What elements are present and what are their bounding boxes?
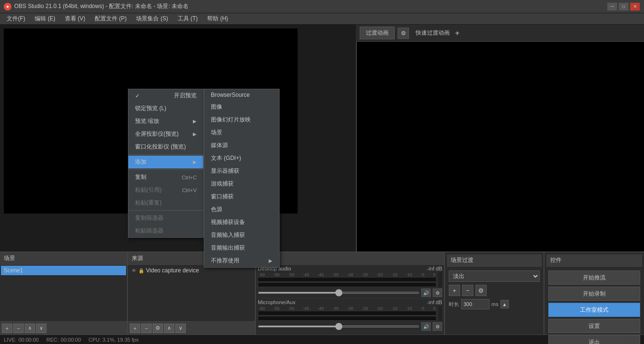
scene-transition-header: 场景过渡 bbox=[447, 254, 542, 267]
transition-duration-label: 时长 bbox=[449, 301, 459, 308]
scene-down-btn[interactable]: ∨ bbox=[36, 324, 46, 333]
rec-time: 00:00:00 bbox=[61, 337, 81, 343]
audio-controls-mic: 🔊 ⚙ bbox=[258, 322, 442, 331]
sub-window-capture[interactable]: 窗口捕获 bbox=[204, 190, 279, 203]
sub-color-source[interactable]: 色源 bbox=[204, 203, 279, 216]
minimize-button[interactable]: ─ bbox=[607, 2, 617, 11]
rec-label: REC: bbox=[46, 337, 59, 343]
ctx-arrow-fullscreen: ▶ bbox=[193, 131, 197, 137]
audio-volume-desktop[interactable] bbox=[258, 292, 419, 294]
source-add-btn[interactable]: + bbox=[130, 324, 140, 333]
watermark-text: https://blog.csdn.net/sunflove bbox=[579, 337, 640, 342]
audio-settings-desktop[interactable]: ⚙ bbox=[433, 288, 442, 297]
quick-transition-add-btn[interactable]: + bbox=[453, 28, 462, 38]
scene-item-scene1[interactable]: Scene1 bbox=[1, 266, 126, 275]
source-settings-btn[interactable]: ⚙ bbox=[153, 324, 163, 333]
ctx-copy-filter[interactable]: 复制筛选器 bbox=[128, 212, 203, 224]
transition-remove-btn[interactable]: − bbox=[462, 285, 473, 296]
audio-channel-desktop-level: -inf dB bbox=[427, 266, 442, 271]
ctx-preview-zoom[interactable]: 预览 缩放 ▶ bbox=[128, 115, 203, 128]
control-panel: 控件 开始推流 开始录制 工作室模式 设置 退出 bbox=[544, 252, 644, 335]
sub-media-source[interactable]: 媒体源 bbox=[204, 139, 279, 152]
audio-meter-desktop-1 bbox=[258, 277, 436, 282]
source-lock-icon: 🔒 bbox=[138, 268, 144, 273]
menu-edit[interactable]: 编辑 (E) bbox=[30, 14, 60, 24]
sub-image[interactable]: 图像 bbox=[204, 101, 279, 113]
source-up-btn[interactable]: ∧ bbox=[164, 324, 174, 333]
preview-area: 开启预览 锁定预览 (L) 预览 缩放 ▶ 全屏投影仪(预览) ▶ 窗口化投影仪… bbox=[0, 25, 356, 251]
start-record-btn[interactable]: 开始录制 bbox=[548, 287, 640, 301]
transition-settings-btn2[interactable]: ⚙ bbox=[475, 285, 487, 296]
source-toolbar: + − ⚙ ∧ ∨ bbox=[128, 321, 255, 335]
start-stream-btn[interactable]: 开始推流 bbox=[548, 270, 640, 285]
audio-mute-mic[interactable]: 🔊 bbox=[421, 322, 431, 331]
audio-settings-mic[interactable]: ⚙ bbox=[433, 322, 442, 331]
sub-audio-input[interactable]: 音频输入捕获 bbox=[204, 229, 279, 242]
sub-image-slideshow[interactable]: 图像幻灯片放映 bbox=[204, 113, 279, 126]
studio-mode-btn[interactable]: 工作室模式 bbox=[548, 303, 640, 317]
maximize-button[interactable]: □ bbox=[618, 2, 629, 11]
audio-meter-mic-1 bbox=[258, 311, 436, 316]
close-button[interactable]: ✕ bbox=[630, 2, 640, 11]
sub-browser-source[interactable]: BrowserSource bbox=[204, 89, 279, 101]
sub-scene[interactable]: 场景 bbox=[204, 126, 279, 139]
audio-meter-mic-2 bbox=[258, 316, 436, 321]
menu-help[interactable]: 帮助 (H) bbox=[202, 14, 233, 24]
source-list: 👁 🔒 Video capture device bbox=[128, 265, 255, 321]
scene-panel: 场景 Scene1 + − ∧ ∨ bbox=[0, 252, 128, 335]
source-down-btn[interactable]: ∨ bbox=[175, 324, 186, 333]
ctx-open-preview[interactable]: 开启预览 bbox=[128, 89, 203, 102]
sub-game-capture[interactable]: 游戏捕获 bbox=[204, 177, 279, 190]
transition-add-btn[interactable]: + bbox=[449, 285, 460, 296]
ctx-fullscreen-projector[interactable]: 全屏投影仪(预览) ▶ bbox=[128, 128, 203, 140]
sub-text-gdi[interactable]: 文本 (GDI+) bbox=[204, 152, 279, 165]
audio-scrollbar-desktop[interactable] bbox=[438, 272, 442, 287]
status-rec: REC: 00:00:00 bbox=[46, 337, 81, 343]
ctx-lock-preview[interactable]: 锁定预览 (L) bbox=[128, 102, 203, 115]
audio-meter-desktop-2 bbox=[258, 282, 436, 287]
audio-panel: 混音器 Desktop audio -inf dB -60-55-50-45-4… bbox=[256, 252, 445, 335]
sub-display-capture[interactable]: 显示器捕获 bbox=[204, 165, 279, 177]
sub-deprecated[interactable]: 不推荐使用 ▶ bbox=[204, 254, 279, 267]
menu-scene-collection[interactable]: 场景集合 (S) bbox=[131, 14, 172, 24]
ctx-paste-ref[interactable]: 粘贴(引用) Ctrl+V bbox=[128, 184, 203, 196]
scene-remove-btn[interactable]: − bbox=[13, 324, 24, 333]
sub-audio-output[interactable]: 音频输出捕获 bbox=[204, 242, 279, 254]
transition-select[interactable]: 淡出 bbox=[449, 270, 540, 282]
transition-animate-btn[interactable]: 过渡动画 bbox=[360, 27, 395, 39]
menu-profile[interactable]: 配置文件 (P) bbox=[90, 14, 131, 24]
transition-settings-btn[interactable]: ⚙ bbox=[398, 28, 409, 39]
audio-mute-desktop[interactable]: 🔊 bbox=[421, 288, 431, 297]
ctx-copy[interactable]: 复制 Ctrl+C bbox=[128, 171, 203, 184]
submenu: BrowserSource 图像 图像幻灯片放映 场景 媒体源 文本 (GDI+… bbox=[204, 89, 280, 268]
ctx-sep-2 bbox=[128, 169, 203, 170]
menu-tools[interactable]: 工具 (T) bbox=[173, 14, 203, 24]
transition-duration-unit: ms bbox=[491, 301, 499, 307]
ctx-paste-dup[interactable]: 粘贴(重复) bbox=[128, 196, 203, 209]
titlebar: ● OBS Studio 21.0.1 (64bit, windows) - 配… bbox=[0, 0, 644, 13]
source-remove-btn[interactable]: − bbox=[141, 324, 152, 333]
menu-file[interactable]: 文件(F) bbox=[2, 14, 30, 24]
transition-duration-input[interactable] bbox=[461, 299, 490, 309]
live-label: LIVE: bbox=[4, 337, 17, 343]
sub-video-capture[interactable]: 视频捕获设备 bbox=[204, 216, 279, 229]
source-eye-icon: 👁 bbox=[132, 268, 136, 273]
menu-view[interactable]: 查看 (V) bbox=[60, 14, 90, 24]
audio-volume-mic[interactable] bbox=[258, 325, 419, 327]
ctx-sep-3 bbox=[128, 210, 203, 211]
scene-up-btn[interactable]: ∧ bbox=[25, 324, 35, 333]
live-time: 00:00:00 bbox=[18, 337, 39, 343]
ctx-paste-filter[interactable]: 粘贴筛选器 bbox=[128, 224, 203, 237]
scene-add-btn[interactable]: + bbox=[2, 324, 12, 333]
quick-transition-label: 快速过渡动画 bbox=[416, 29, 450, 37]
ctx-arrow-zoom: ▶ bbox=[193, 119, 197, 124]
ctx-add[interactable]: 添加 ▶ bbox=[128, 156, 203, 168]
transition-duration-up[interactable]: ▲ bbox=[500, 300, 509, 308]
right-panel: 过渡动画 ⚙ 快速过渡动画 + bbox=[356, 25, 644, 251]
menubar: 文件(F) 编辑 (E) 查看 (V) 配置文件 (P) 场景集合 (S) 工具… bbox=[0, 13, 644, 25]
settings-btn[interactable]: 设置 bbox=[548, 319, 640, 333]
audio-scrollbar-mic[interactable] bbox=[438, 306, 442, 321]
controls-header: 控件 bbox=[546, 254, 642, 267]
ctx-windowed-projector[interactable]: 窗口化投影仪 (预览) bbox=[128, 140, 203, 153]
cpu-label: CPU: 3.1%, 19.35 fps bbox=[89, 337, 139, 343]
